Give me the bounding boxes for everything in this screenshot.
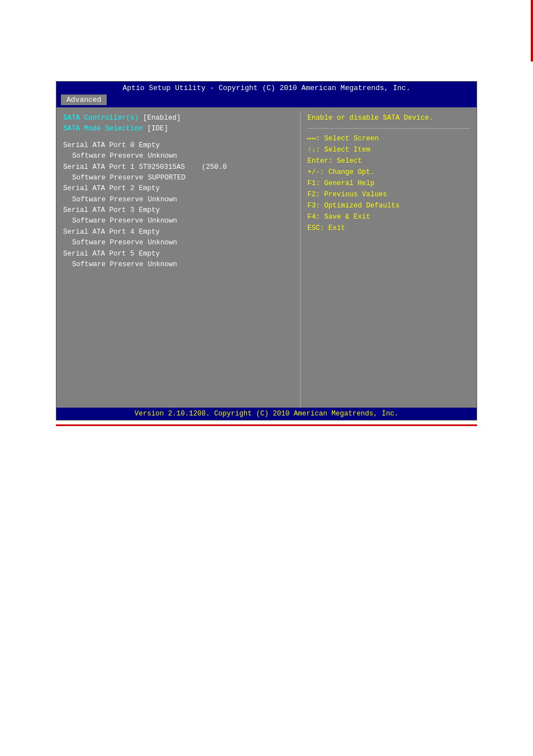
bios-footer: Version 2.10.1208. Copyright (C) 2010 Am… xyxy=(56,408,477,420)
setting-row-sata-mode: SATA Mode Selection [IDE] xyxy=(63,124,293,134)
red-accent-bar-right xyxy=(531,0,533,62)
key-general-help: F1: General Help xyxy=(307,178,470,189)
bios-body: SATA Controller(s) [Enabled] SATA Mode S… xyxy=(56,107,477,414)
bios-title: Aptio Setup Utility - Copyright (C) 2010… xyxy=(123,84,411,92)
spacer-1 xyxy=(63,135,293,140)
setting-value-sw-preserve-3: Unknown xyxy=(148,216,178,226)
setting-value-port1: ST9250315AS (250.0 xyxy=(139,162,227,173)
setting-row-port2: Serial ATA Port 2 Empty xyxy=(63,183,293,194)
setting-label-sw-preserve-3: Software Preserve xyxy=(72,216,144,226)
setting-value-sw-preserve-5: Unknown xyxy=(148,259,178,270)
setting-value-sata-controller: [Enabled] xyxy=(143,113,181,124)
setting-label-port2: Serial ATA Port 2 xyxy=(63,183,135,194)
setting-label-sw-preserve-1: Software Preserve xyxy=(72,173,144,183)
setting-value-port4: Empty xyxy=(139,227,160,238)
setting-label-sata-mode: SATA Mode Selection xyxy=(63,124,143,134)
key-esc-exit: ESC: Exit xyxy=(307,223,470,234)
setting-row-sw-preserve-0: Software Preserve Unknown xyxy=(63,151,293,162)
setting-row-sw-preserve-5: Software Preserve Unknown xyxy=(63,259,293,270)
bios-settings-panel: SATA Controller(s) [Enabled] SATA Mode S… xyxy=(56,107,300,414)
setting-value-port3: Empty xyxy=(139,205,160,216)
setting-label-port0: Serial ATA Port 0 xyxy=(63,140,135,151)
key-legend: ↦↤: Select Screen ↑↓: Select Item Enter:… xyxy=(307,133,470,234)
setting-value-sw-preserve-4: Unknown xyxy=(148,238,178,248)
key-save-exit: F4: Save & Exit xyxy=(307,211,470,223)
setting-label-port3: Serial ATA Port 3 xyxy=(63,205,135,216)
setting-row-sata-controller: SATA Controller(s) [Enabled] xyxy=(63,113,293,124)
setting-row-sw-preserve-3: Software Preserve Unknown xyxy=(63,216,293,226)
red-accent-bar-bottom xyxy=(56,424,477,426)
bios-help-panel: Enable or disable SATA Device. ↦↤: Selec… xyxy=(301,107,477,414)
divider-horizontal xyxy=(307,128,470,129)
key-optimized-defaults: F3: Optimized Defaults xyxy=(307,200,470,211)
setting-value-sata-mode: [IDE] xyxy=(147,124,169,134)
setting-row-port3: Serial ATA Port 3 Empty xyxy=(63,205,293,216)
setting-row-port5: Serial ATA Port 5 Empty xyxy=(63,249,293,259)
key-select-screen: ↦↤: Select Screen xyxy=(307,133,470,144)
help-text: Enable or disable SATA Device. xyxy=(307,113,470,124)
setting-value-port2: Empty xyxy=(139,183,160,194)
setting-row-sw-preserve-1: Software Preserve SUPPORTED xyxy=(63,173,293,183)
setting-value-sw-preserve-2: Unknown xyxy=(148,195,178,205)
key-enter-select: Enter: Select xyxy=(307,155,470,167)
setting-value-sw-preserve-0: Unknown xyxy=(148,151,178,162)
bios-tab-bar: Advanced xyxy=(56,94,477,107)
setting-label-sw-preserve-2: Software Preserve xyxy=(72,195,144,205)
setting-label-sw-preserve-5: Software Preserve xyxy=(72,259,144,270)
setting-value-sw-preserve-1: SUPPORTED xyxy=(148,173,186,183)
bios-title-bar: Aptio Setup Utility - Copyright (C) 2010… xyxy=(56,82,477,94)
setting-row-sw-preserve-2: Software Preserve Unknown xyxy=(63,195,293,205)
key-change-opt: +/-: Change Opt. xyxy=(307,167,470,178)
key-previous-values: F2: Previous Values xyxy=(307,189,470,200)
tab-advanced[interactable]: Advanced xyxy=(61,94,107,105)
setting-row-port1: Serial ATA Port 1 ST9250315AS (250.0 xyxy=(63,162,293,173)
key-select-item: ↑↓: Select Item xyxy=(307,144,470,155)
setting-label-sw-preserve-0: Software Preserve xyxy=(72,151,144,162)
setting-row-port4: Serial ATA Port 4 Empty xyxy=(63,227,293,238)
setting-label-sata-controller: SATA Controller(s) xyxy=(63,113,139,124)
bios-screen: Aptio Setup Utility - Copyright (C) 2010… xyxy=(56,81,477,420)
setting-label-port1: Serial ATA Port 1 xyxy=(63,162,135,173)
setting-label-port4: Serial ATA Port 4 xyxy=(63,227,135,238)
setting-value-port5: Empty xyxy=(139,249,160,259)
setting-label-port5: Serial ATA Port 5 xyxy=(63,249,135,259)
setting-row-sw-preserve-4: Software Preserve Unknown xyxy=(63,238,293,248)
setting-label-sw-preserve-4: Software Preserve xyxy=(72,238,144,248)
setting-value-port0: Empty xyxy=(139,140,160,151)
setting-row-port0: Serial ATA Port 0 Empty xyxy=(63,140,293,151)
